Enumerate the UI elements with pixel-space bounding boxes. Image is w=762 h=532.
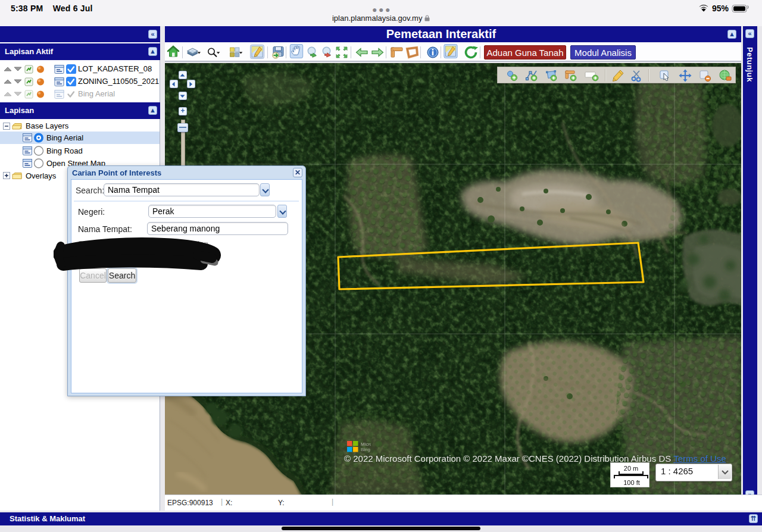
svg-text:Bing: Bing [361, 447, 370, 452]
svg-text:95%: 95% [712, 4, 729, 13]
svg-text:Microsoft: Microsoft [361, 442, 371, 447]
